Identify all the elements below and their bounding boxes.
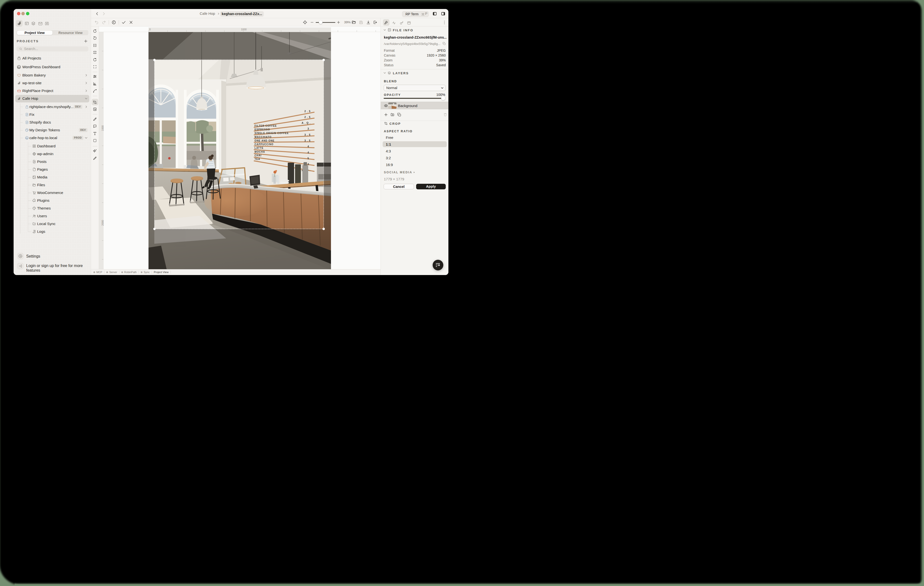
svg-text:TEA: TEA <box>254 158 260 161</box>
svg-text:ONE AND ONE: ONE AND ONE <box>254 139 274 142</box>
svg-text:3 . 5: 3 . 5 <box>305 139 310 142</box>
svg-text:2 . 5: 2 . 5 <box>305 116 310 118</box>
svg-text:4: 4 <box>307 145 309 148</box>
svg-text:CAPPUCCINO: CAPPUCCINO <box>254 143 274 146</box>
svg-text:SINGLE ORIGIN COFFEE: SINGLE ORIGIN COFFEE <box>254 132 289 134</box>
svg-text:CHAI: CHAI <box>254 154 262 157</box>
svg-text:A . Q .: A . Q . <box>302 121 310 124</box>
svg-text:FILTER COFFEE: FILTER COFFEE <box>254 124 277 127</box>
svg-text:ESPRESSO: ESPRESSO <box>254 128 270 131</box>
svg-text:MACCHIATO: MACCHIATO <box>254 136 272 138</box>
svg-text:4: 4 <box>307 151 309 154</box>
svg-text:MOCHA: MOCHA <box>254 151 265 153</box>
svg-text:LATTE: LATTE <box>254 147 264 149</box>
svg-text:3: 3 <box>307 127 309 130</box>
svg-text:5: 5 <box>307 157 309 160</box>
svg-text:3 . 5: 3 . 5 <box>305 133 310 136</box>
svg-text:2 . 5: 2 . 5 <box>305 110 310 113</box>
